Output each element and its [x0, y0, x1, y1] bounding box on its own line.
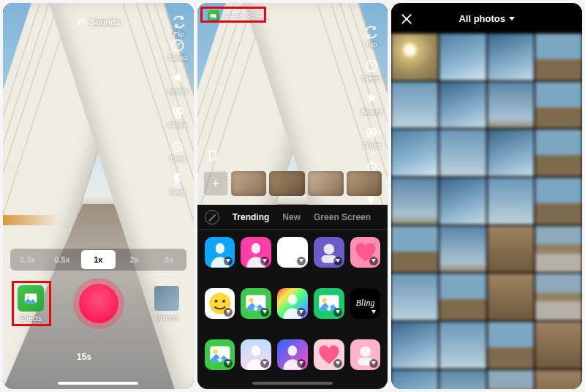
filters-tool[interactable]: Filters	[363, 126, 381, 149]
filters-tool[interactable]: Filters	[168, 105, 186, 129]
effect-rain-girl[interactable]	[314, 237, 344, 268]
side-toolbar: Speed Beauty Filters Timer Flash	[167, 38, 188, 196]
tab-green-screen[interactable]: Green Screen	[314, 212, 371, 222]
record-button[interactable]	[73, 278, 124, 329]
photo-thumb[interactable]	[535, 129, 582, 176]
mode-60s[interactable]: 60s	[43, 352, 58, 362]
photo-thumb[interactable]	[535, 178, 582, 225]
tab-new[interactable]: New	[282, 212, 301, 222]
photo-thumb[interactable]	[488, 322, 535, 369]
photo-thumb[interactable]	[439, 82, 486, 129]
effect-hearts-arrow[interactable]	[350, 237, 381, 268]
home-indicator	[252, 382, 333, 385]
effects-button[interactable]: Effects	[18, 285, 44, 323]
photo-thumb[interactable]	[488, 34, 535, 80]
speed-0.3x[interactable]: 0.3x	[10, 250, 45, 269]
photo-thumb[interactable]	[535, 274, 582, 320]
download-icon	[333, 308, 342, 317]
photo-thumb[interactable]	[535, 34, 582, 80]
preview-thumb[interactable]	[269, 171, 305, 196]
effect-stickers[interactable]	[277, 237, 308, 268]
photo-thumb[interactable]	[535, 322, 582, 369]
photo-thumb[interactable]	[439, 129, 486, 176]
effect-hearts-couple[interactable]	[314, 339, 344, 370]
photo-thumb[interactable]	[391, 322, 438, 369]
download-icon	[369, 308, 378, 317]
sounds-label: Sounds	[91, 18, 120, 26]
close-button[interactable]	[400, 12, 413, 25]
beauty-tool[interactable]: Beauty	[361, 92, 382, 116]
upload-label: Upload	[155, 314, 178, 322]
beauty-tool[interactable]: Beauty	[167, 72, 188, 95]
green-screen-preview-strip: +	[203, 170, 382, 197]
album-selector[interactable]: All photos	[458, 13, 515, 24]
photo-thumb[interactable]	[488, 178, 535, 225]
speed-3x[interactable]: 3x	[151, 250, 186, 269]
tab-trending[interactable]: Trending	[233, 212, 270, 222]
photo-thumb[interactable]	[391, 178, 438, 225]
photo-thumb[interactable]	[439, 370, 486, 389]
flip-button[interactable]: Flip	[364, 25, 379, 48]
photo-gallery	[391, 34, 582, 389]
preview-thumb[interactable]	[308, 171, 344, 196]
svg-point-14	[215, 243, 224, 254]
filters-icon	[364, 126, 379, 140]
photo-thumb[interactable]	[391, 34, 438, 80]
photo-thumb[interactable]	[488, 129, 535, 176]
effect-gradient-blur[interactable]	[277, 339, 308, 370]
preview-thumb[interactable]	[347, 171, 382, 196]
speed-2x[interactable]: 2x	[117, 250, 151, 269]
current-effect-label: Green Screen	[223, 12, 268, 20]
svg-point-21	[214, 300, 217, 303]
photo-thumb[interactable]	[391, 82, 438, 129]
photo-thumb[interactable]	[391, 226, 438, 273]
speed-1x[interactable]: 1x	[81, 250, 116, 269]
photo-thumb[interactable]	[535, 370, 582, 389]
current-effect-badge[interactable]: Green Screen	[203, 9, 273, 23]
effect-rainbow-silhouette[interactable]	[277, 288, 308, 319]
svg-point-31	[288, 345, 298, 356]
mode-templates[interactable]: Templates	[110, 352, 153, 362]
bookmark-effect-button[interactable]	[206, 149, 219, 162]
effect-green-screen-video[interactable]	[205, 339, 235, 370]
add-media-button[interactable]: +	[203, 171, 228, 196]
photo-thumb[interactable]	[535, 82, 582, 129]
flash-tool[interactable]: Flash	[170, 173, 186, 196]
timer-tool-label: Timer	[169, 155, 186, 162]
photo-thumb[interactable]	[439, 322, 486, 369]
effect-face-pink[interactable]	[350, 339, 381, 370]
effect-silhouette-blue[interactable]	[205, 237, 235, 268]
effect-green-screen-photo[interactable]	[241, 288, 271, 319]
photo-thumb[interactable]	[488, 370, 535, 389]
sounds-button[interactable]: Sounds	[77, 18, 120, 27]
flip-button[interactable]: Flip	[172, 15, 186, 38]
photo-thumb[interactable]	[488, 82, 535, 129]
speed-tool[interactable]: Speed	[168, 38, 187, 61]
photo-thumb[interactable]	[439, 34, 486, 80]
mode-15s[interactable]: 15s	[77, 352, 91, 362]
photo-thumb[interactable]	[391, 274, 438, 320]
preview-thumb[interactable]	[231, 171, 267, 196]
upload-thumb-icon	[154, 286, 179, 311]
photo-thumb[interactable]	[535, 226, 582, 273]
effect-emoji-face[interactable]	[205, 288, 235, 319]
timer-tool[interactable]: Timer	[169, 139, 186, 162]
svg-point-18	[323, 244, 334, 255]
photo-thumb[interactable]	[488, 226, 535, 273]
photo-thumb[interactable]	[391, 370, 438, 389]
effect-silhouette-pink[interactable]	[241, 237, 271, 268]
photo-thumb[interactable]	[488, 274, 535, 320]
no-effect-button[interactable]	[205, 210, 219, 225]
effect-silhouette-gradient[interactable]	[241, 339, 271, 370]
effect-bling-text[interactable]: Bling	[350, 288, 381, 319]
photo-thumb[interactable]	[439, 274, 486, 320]
upload-button[interactable]: Upload	[154, 286, 179, 322]
flip-icon	[172, 15, 186, 29]
speed-tool[interactable]: Speed	[362, 59, 381, 82]
speed-0.5x[interactable]: 0.5x	[45, 250, 79, 269]
photo-thumb[interactable]	[391, 129, 438, 176]
beauty-tool-label: Beauty	[361, 108, 382, 116]
effect-green-download[interactable]	[314, 288, 344, 319]
photo-thumb[interactable]	[439, 226, 486, 273]
photo-thumb[interactable]	[439, 178, 486, 225]
